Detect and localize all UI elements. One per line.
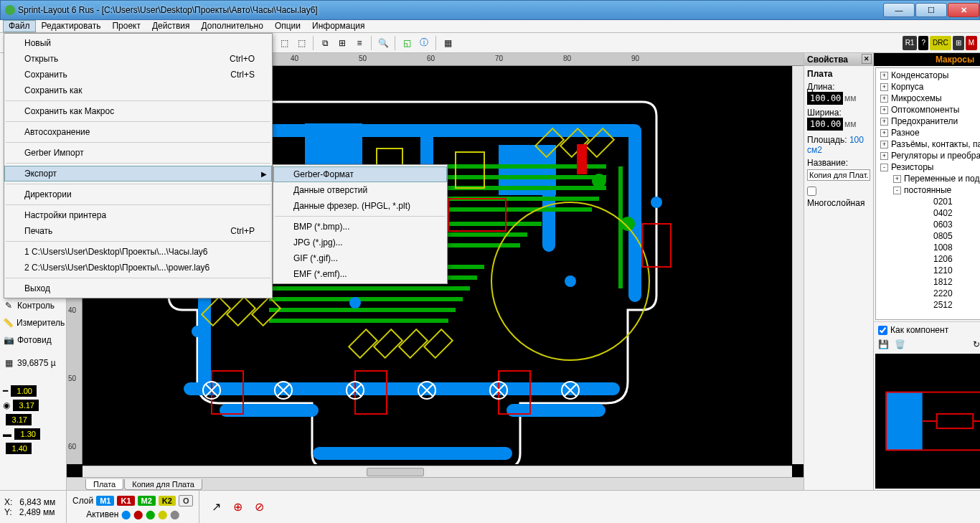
- tree-node[interactable]: +Регуляторы и преобразователи пит: [876, 150, 980, 161]
- layer-k1[interactable]: K1: [117, 496, 134, 506]
- scrollbar-horizontal[interactable]: [83, 466, 792, 477]
- layer-m1[interactable]: M1: [96, 496, 114, 506]
- multilayer-checkbox[interactable]: [807, 187, 816, 196]
- tb-drc[interactable]: DRC: [930, 36, 951, 50]
- tree-node[interactable]: 1008: [876, 242, 980, 253]
- menu-dirs[interactable]: Директории: [4, 187, 272, 202]
- tool-photoview[interactable]: 📷Фотовид: [0, 331, 66, 349]
- export-gif[interactable]: GIF (*.gif)...: [273, 250, 447, 266]
- menu-exit[interactable]: Выход: [4, 281, 272, 296]
- menu-project[interactable]: Проект: [106, 20, 146, 32]
- menu-new[interactable]: Новый: [4, 35, 272, 51]
- tool-control[interactable]: ✎Контроль: [0, 297, 66, 314]
- menu-save[interactable]: СохранитьCtrl+S: [4, 67, 272, 83]
- minimize-button[interactable]: —: [883, 3, 915, 17]
- menu-recent2[interactable]: 2 C:\Users\User\Desktop\Проекты\...\powe…: [4, 260, 272, 275]
- menu-file[interactable]: Файл: [3, 20, 36, 32]
- export-mill[interactable]: Данные фрезер. (HPGL, *.plt): [273, 198, 447, 214]
- tree-node[interactable]: 0402: [876, 207, 980, 219]
- tree-node[interactable]: +Микросхемы: [876, 93, 980, 104]
- delete-macro-icon[interactable]: 🗑️: [895, 339, 905, 349]
- tree-node[interactable]: 2512: [876, 299, 980, 311]
- tb-rt1[interactable]: R1: [903, 36, 918, 50]
- tree-node[interactable]: 2220: [876, 288, 980, 299]
- status-cancel-icon[interactable]: ⊘: [251, 499, 267, 515]
- tb-hatch[interactable]: ▦: [440, 35, 456, 51]
- menu-extra[interactable]: Дополнительно: [196, 20, 269, 32]
- tree-node[interactable]: +Корпуса: [876, 81, 980, 93]
- menu-autosave[interactable]: Автосохранение: [4, 124, 272, 140]
- tree-node[interactable]: 0805: [876, 230, 980, 242]
- menu-export[interactable]: Экспорт▶: [4, 166, 272, 182]
- tree-node[interactable]: 0603: [876, 219, 980, 230]
- toolbar-sep: [435, 36, 436, 50]
- layer-m2[interactable]: M2: [138, 496, 156, 506]
- tree-node[interactable]: +Разное: [876, 127, 980, 138]
- tree-node[interactable]: +Предохранители: [876, 116, 980, 127]
- pad-inner[interactable]: 3.17: [0, 413, 66, 426]
- tree-node[interactable]: -Резисторы: [876, 161, 980, 173]
- menu-options[interactable]: Опции: [269, 20, 306, 32]
- tb-rt2[interactable]: ⊞: [953, 36, 964, 50]
- tree-node[interactable]: -постоянные: [876, 184, 980, 196]
- status-target-icon[interactable]: ⊕: [230, 499, 245, 515]
- length-value[interactable]: 100.00: [807, 92, 843, 105]
- width-value[interactable]: 100.00: [807, 118, 843, 131]
- menu-edit[interactable]: Редактировать: [36, 20, 107, 32]
- refresh-icon[interactable]: ↻: [973, 339, 980, 349]
- as-component-checkbox[interactable]: [878, 326, 887, 335]
- tb-a[interactable]: ⧉: [317, 35, 333, 51]
- maximize-button[interactable]: ☐: [915, 3, 947, 17]
- tool-meter[interactable]: 📏Измеритель: [0, 314, 66, 331]
- smd-w[interactable]: ▬1.30: [0, 428, 66, 440]
- macro-preview[interactable]: Drag and Drop: [875, 354, 980, 489]
- layer-o[interactable]: O: [179, 495, 194, 506]
- tb-zoom[interactable]: 🔍: [375, 35, 391, 51]
- tree-node[interactable]: +Переменные и подстроечные: [876, 173, 980, 184]
- ruler-icon: 📏: [3, 317, 14, 329]
- export-drill[interactable]: Данные отверстий: [273, 182, 447, 198]
- menu-saveas[interactable]: Сохранить как: [4, 83, 272, 98]
- tree-node[interactable]: +Оптокомпоненты: [876, 104, 980, 116]
- tb-info[interactable]: ⓘ: [416, 35, 432, 51]
- tree-node[interactable]: 1206: [876, 253, 980, 265]
- tb-help[interactable]: ?: [918, 36, 928, 50]
- menu-savemacro[interactable]: Сохранить как Макрос: [4, 103, 272, 119]
- tb-c[interactable]: ≡: [352, 35, 367, 51]
- track-width[interactable]: ━1.00: [0, 385, 66, 397]
- export-emf[interactable]: EMF (*.emf)...: [273, 266, 447, 282]
- tb-b[interactable]: ⊞: [334, 35, 350, 51]
- tree-node[interactable]: +Конденсаторы: [876, 70, 980, 81]
- layer-k2[interactable]: K2: [159, 496, 176, 506]
- save-macro-icon[interactable]: 💾: [878, 339, 889, 349]
- tab-board1[interactable]: Плата: [85, 479, 123, 490]
- menu-print[interactable]: ПечатьCtrl+P: [4, 223, 272, 239]
- scrollbar-vertical[interactable]: [792, 66, 804, 464]
- tab-board2[interactable]: Копия для Плата: [124, 479, 202, 490]
- menu-recent1[interactable]: 1 C:\Users\User\Desktop\Проекты\...\Часы…: [4, 244, 272, 260]
- menu-info[interactable]: Информация: [306, 20, 370, 32]
- menu-printersettings[interactable]: Настройки принтера: [4, 207, 272, 223]
- export-jpg[interactable]: JPG (*.jpg)...: [273, 235, 447, 250]
- pad-outer[interactable]: ◉3.17: [0, 399, 66, 412]
- tb-ungroup[interactable]: ⬚: [293, 35, 309, 51]
- close-button[interactable]: ✕: [948, 3, 979, 17]
- tb-sel[interactable]: ◱: [399, 35, 415, 51]
- tree-node[interactable]: 0201: [876, 196, 980, 207]
- tree-node[interactable]: 1210: [876, 265, 980, 276]
- tb-m[interactable]: M: [966, 36, 977, 50]
- menu-gerberimport[interactable]: Gerber Импорт: [4, 145, 272, 161]
- status-cursor-icon[interactable]: ↗: [208, 499, 224, 515]
- smd-h[interactable]: 1.40: [0, 442, 66, 455]
- export-gerber[interactable]: Gerber-Формат: [273, 166, 447, 182]
- board-name-input[interactable]: [807, 169, 870, 181]
- tb-group[interactable]: ⬚: [276, 35, 292, 51]
- grid-setting[interactable]: ▦39,6875 µ: [0, 354, 66, 372]
- tree-node[interactable]: +Разъёмы, контакты, панельки: [876, 138, 980, 150]
- menu-actions[interactable]: Действия: [146, 20, 196, 32]
- close-props-icon[interactable]: ✕: [862, 54, 872, 64]
- macros-tree[interactable]: +Конденсаторы+Корпуса+Микросхемы+Оптоком…: [875, 67, 980, 320]
- export-bmp[interactable]: BMP (*.bmp)...: [273, 219, 447, 235]
- menu-open[interactable]: ОткрытьCtrl+O: [4, 51, 272, 67]
- tree-node[interactable]: 1812: [876, 276, 980, 288]
